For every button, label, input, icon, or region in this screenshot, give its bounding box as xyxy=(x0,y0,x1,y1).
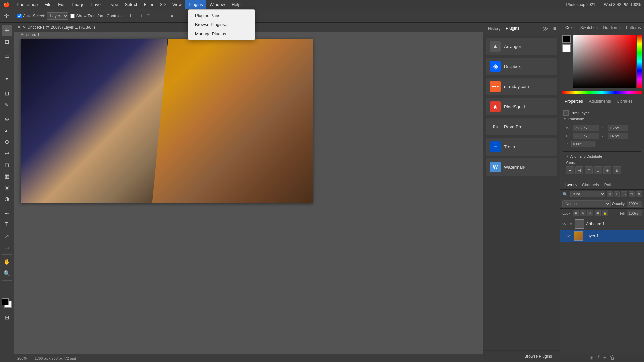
layer1-visibility[interactable]: 👁 xyxy=(567,234,572,238)
history-panel-tab[interactable]: History xyxy=(487,26,502,32)
y-input[interactable] xyxy=(608,133,628,139)
fill-input[interactable] xyxy=(627,210,642,216)
text-tool[interactable]: T xyxy=(2,219,12,230)
blur-tool[interactable]: ◉ xyxy=(2,182,12,193)
screen-mode[interactable]: ⊟ xyxy=(2,312,12,323)
h-input[interactable] xyxy=(573,133,599,139)
menu-layer[interactable]: Layer xyxy=(88,0,106,9)
layer-shape-filter[interactable]: ▭ xyxy=(621,191,627,197)
eraser-tool[interactable]: ◻ xyxy=(2,159,12,170)
hue-slider-horizontal[interactable] xyxy=(562,90,642,94)
artboard1-collapse-icon[interactable]: ▼ xyxy=(569,222,573,226)
menu-edit[interactable]: Edit xyxy=(55,0,69,9)
blend-mode-select[interactable]: Normal Multiply Screen xyxy=(562,200,611,207)
menu-window[interactable]: Window xyxy=(206,0,228,9)
w-input[interactable] xyxy=(573,125,599,131)
align-bottom-edge[interactable]: ⊗ xyxy=(613,166,621,174)
hue-slider-vertical[interactable] xyxy=(637,35,642,88)
plugin-arranger[interactable]: ▲ Arranger xyxy=(486,38,557,55)
layers-tab[interactable]: Layers xyxy=(562,182,579,188)
auto-select-dropdown[interactable]: Layer Group xyxy=(47,12,68,20)
new-layer-btn[interactable]: + xyxy=(603,355,606,361)
plugin-trello[interactable]: ☰ Trello xyxy=(486,138,557,156)
canvas-tab-close[interactable]: ✕ xyxy=(17,25,21,30)
fg-color[interactable] xyxy=(2,298,9,305)
menu-type[interactable]: Type xyxy=(105,0,121,9)
hand-tool[interactable]: ✋ xyxy=(2,256,12,267)
properties-tab[interactable]: Properties xyxy=(562,98,586,104)
angle-input[interactable] xyxy=(571,141,595,147)
pen-tool[interactable]: ✒ xyxy=(2,208,12,219)
color-tab[interactable]: Color xyxy=(563,25,577,31)
layer-pixel-filter[interactable]: ⊡ xyxy=(607,191,613,197)
show-transform-checkbox[interactable] xyxy=(70,14,75,18)
swatches-tab[interactable]: Swatches xyxy=(578,25,600,31)
menu-select[interactable]: Select xyxy=(121,0,140,9)
lock-image-btn[interactable]: ✎ xyxy=(580,210,586,216)
lock-transparent-btn[interactable]: ⊞ xyxy=(573,210,579,216)
adjustments-tab[interactable]: Adjustments xyxy=(586,98,614,104)
plugin-rayapro[interactable]: Rp Raya Pro xyxy=(486,118,557,135)
align-middle-btn[interactable]: ⊕ xyxy=(161,13,167,19)
plugin-pixelsquid[interactable]: ◉ PixelSquid xyxy=(486,98,557,115)
patterns-tab[interactable]: Patterns xyxy=(624,25,643,31)
align-distribute-header[interactable]: Align and Distribute xyxy=(566,154,639,158)
canvas-content[interactable]: Artboard 1 xyxy=(14,32,483,362)
apple-menu[interactable]: 🍎 xyxy=(0,1,13,8)
layer-text-filter[interactable]: T xyxy=(614,191,620,197)
extra-tools[interactable]: ⋯ xyxy=(2,282,12,293)
artboard-tool[interactable]: ⊞ xyxy=(2,36,12,47)
menu-image[interactable]: Image xyxy=(69,0,88,9)
align-bottom-btn[interactable]: ⊗ xyxy=(169,13,175,19)
artboard1-layer-row[interactable]: 👁 ▼ Artboard 1 xyxy=(560,218,644,230)
opacity-input[interactable] xyxy=(627,201,642,207)
menu-help[interactable]: Help xyxy=(228,0,244,9)
lasso-tool[interactable]: ⌒ xyxy=(2,62,12,73)
crop-tool[interactable]: ⊡ xyxy=(2,88,12,99)
x-input[interactable] xyxy=(608,125,628,131)
menu-plugins[interactable]: Plugins xyxy=(185,0,206,9)
transform-section-header[interactable]: Transform xyxy=(563,117,641,121)
layer-effect-filter[interactable]: fx xyxy=(629,191,635,197)
align-right-edge[interactable]: ⊤ xyxy=(585,166,593,174)
gradient-tool[interactable]: ▦ xyxy=(2,171,12,181)
align-v-center[interactable]: ⊕ xyxy=(603,166,611,174)
background-color-box[interactable] xyxy=(562,44,571,52)
align-right-btn[interactable]: ⊤ xyxy=(145,13,151,19)
panel-collapse-btn[interactable]: ≫ xyxy=(543,25,549,32)
lock-all-btn[interactable]: 🔒 xyxy=(602,210,608,216)
menu-file[interactable]: File xyxy=(41,0,55,9)
color-gradient[interactable] xyxy=(573,35,636,88)
new-group-btn[interactable]: ⊞ xyxy=(589,354,594,361)
auto-select-checkbox[interactable] xyxy=(17,14,22,18)
align-center-btn[interactable]: ⊣ xyxy=(137,13,143,19)
marquee-tool[interactable]: ▭ xyxy=(2,51,12,61)
delete-layer-btn[interactable]: 🗑 xyxy=(610,355,615,361)
shape-tool[interactable]: ▭ xyxy=(2,242,12,253)
layer-kind-select[interactable]: Kind xyxy=(570,191,605,197)
dropdown-browse-plugins[interactable]: Browse Plugins... xyxy=(188,20,255,29)
move-tool-options[interactable]: ✛ xyxy=(3,12,10,20)
lock-position-btn[interactable]: ✛ xyxy=(587,210,593,216)
align-left-edge[interactable]: ⊢ xyxy=(566,166,574,174)
foreground-color-box[interactable] xyxy=(562,35,571,43)
channels-tab[interactable]: Channels xyxy=(579,182,602,188)
gradients-tab[interactable]: Gradients xyxy=(601,25,623,31)
align-left-btn[interactable]: ⊢ xyxy=(129,13,135,19)
browse-plugins-btn[interactable]: Browse Plugins + xyxy=(483,350,560,362)
brush-tool[interactable]: 🖌 xyxy=(2,125,12,136)
history-brush-tool[interactable]: ↩ xyxy=(2,148,12,159)
align-h-center[interactable]: ⊣ xyxy=(575,166,583,174)
eyedropper-tool[interactable]: ✎ xyxy=(2,99,12,110)
plugins-panel-tab[interactable]: Plugins xyxy=(504,25,520,32)
spot-heal-tool[interactable]: ⊛ xyxy=(2,114,12,124)
menu-view[interactable]: View xyxy=(169,0,185,9)
move-tool[interactable]: ✛ xyxy=(2,25,12,36)
plugin-monday[interactable]: ●●● monday.com xyxy=(486,78,557,95)
dodge-tool[interactable]: ◑ xyxy=(2,193,12,204)
panel-menu-btn[interactable]: ≡ xyxy=(553,26,556,32)
lock-artboard-btn[interactable]: ⊠ xyxy=(595,210,601,216)
dropdown-plugins-panel[interactable]: Plugins Panel xyxy=(188,11,255,20)
path-selection-tool[interactable]: ↗ xyxy=(2,231,12,241)
zoom-tool[interactable]: 🔍 xyxy=(2,268,12,279)
